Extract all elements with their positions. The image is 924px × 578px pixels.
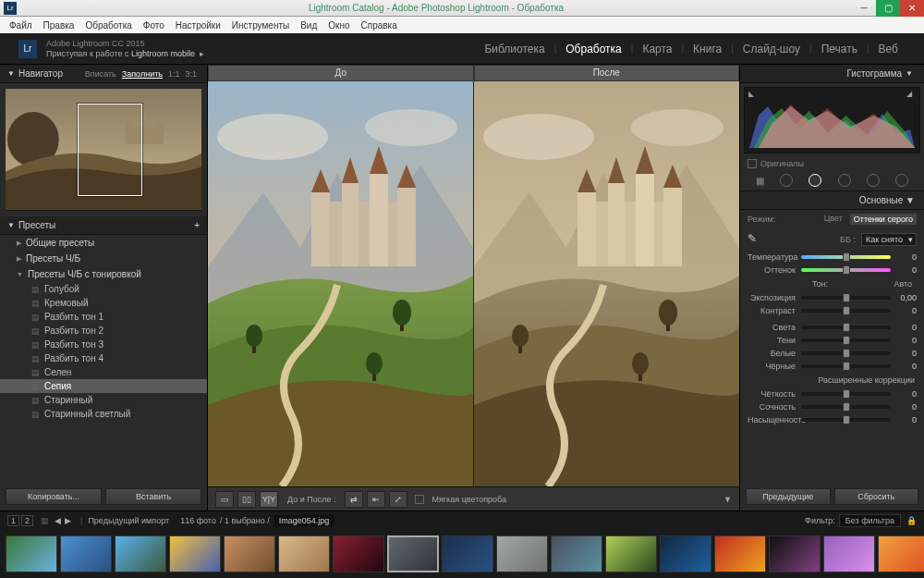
slider-Насыщенность[interactable]: Насыщенность0 <box>740 413 924 426</box>
copy-after-button[interactable]: ⤢ <box>389 491 407 508</box>
navigator-header[interactable]: ▼ Навигатор ВписатьЗаполнить1:13:1 <box>0 65 207 83</box>
preset-group[interactable]: Пресеты Ч/Б <box>0 251 207 266</box>
spot-tool[interactable] <box>780 174 793 187</box>
preset-item[interactable]: Разбить тон 4 <box>0 351 207 365</box>
gradient-tool[interactable] <box>838 174 851 187</box>
compare-lr-button[interactable]: ▯▯ <box>237 491 256 508</box>
filmstrip-thumb[interactable] <box>387 535 439 572</box>
filmstrip-thumb[interactable] <box>60 535 112 572</box>
screen-1-button[interactable]: 1 <box>7 515 19 526</box>
filmstrip-thumb[interactable] <box>660 535 711 572</box>
copy-button[interactable]: Копировать... <box>6 488 102 505</box>
preset-item[interactable]: Селен <box>0 365 207 379</box>
presets-header[interactable]: ▼ Пресеты + <box>0 216 207 235</box>
nav-back-icon[interactable]: ◀ <box>55 516 61 525</box>
module-Печать[interactable]: Печать <box>814 39 865 59</box>
module-Обработка[interactable]: Обработка <box>558 39 629 59</box>
previous-button[interactable]: Предыдущие <box>746 488 831 505</box>
nav-fwd-icon[interactable]: ▶ <box>65 516 71 525</box>
preset-group[interactable]: Пресеты Ч/Б с тонировкой <box>0 266 207 282</box>
preset-item[interactable]: Старинный <box>0 393 207 407</box>
filmstrip-thumb[interactable] <box>878 535 924 572</box>
preset-item[interactable]: Кремовый <box>0 296 207 310</box>
auto-tone-button[interactable]: Авто <box>891 279 915 289</box>
module-Карта[interactable]: Карта <box>635 39 679 59</box>
filmstrip[interactable] <box>0 529 924 578</box>
filmstrip-thumb[interactable] <box>551 535 602 572</box>
zoom-Вписать[interactable]: Вписать <box>82 69 119 79</box>
maximize-button[interactable]: ▢ <box>876 0 900 17</box>
close-button[interactable]: ✕ <box>900 0 924 17</box>
menu-Окно[interactable]: Окно <box>322 20 355 31</box>
reset-button[interactable]: Сбросить <box>834 488 919 505</box>
slider-Сочность[interactable]: Сочность0 <box>740 400 924 413</box>
menu-Вид[interactable]: Вид <box>295 20 322 31</box>
treatment-Цвет[interactable]: Цвет <box>824 214 843 225</box>
slider-Тени[interactable]: Тени0 <box>740 334 924 347</box>
brush-tool[interactable] <box>895 174 908 187</box>
treatment-Оттенки серого[interactable]: Оттенки серого <box>850 214 917 225</box>
add-preset-icon[interactable]: + <box>194 220 200 230</box>
slider-Экспозиция[interactable]: Экспозиция0,00 <box>740 291 924 304</box>
preset-item[interactable]: Сепия <box>0 379 207 393</box>
filter-select[interactable]: Без фильтра <box>839 514 901 527</box>
source-label[interactable]: Предыдущий импорт <box>88 516 169 525</box>
zoom-Заполнить[interactable]: Заполнить <box>119 69 165 79</box>
menu-Справка[interactable]: Справка <box>356 20 403 31</box>
screen-2-button[interactable]: 2 <box>21 515 33 526</box>
compare-view[interactable] <box>208 81 739 486</box>
paste-button[interactable]: Вставить <box>105 488 201 505</box>
eyedropper-icon[interactable]: ✎ <box>748 232 762 247</box>
minimize-button[interactable]: ─ <box>852 0 876 17</box>
softproof-checkbox[interactable] <box>415 495 424 504</box>
filmstrip-thumb[interactable] <box>6 535 57 572</box>
preset-item[interactable]: Голубой <box>0 282 207 296</box>
swap-button[interactable]: ⇄ <box>345 491 363 508</box>
filmstrip-thumb[interactable] <box>442 535 493 572</box>
filmstrip-thumb[interactable] <box>496 535 548 572</box>
basic-header[interactable]: Основные ▼ <box>740 191 924 210</box>
module-Слайд-шоу[interactable]: Слайд-шоу <box>736 39 808 59</box>
module-Библиотека[interactable]: Библиотека <box>477 39 552 59</box>
radial-tool[interactable] <box>867 174 880 187</box>
preset-item[interactable]: Старинный светлый <box>0 407 207 421</box>
crop-tool-icon[interactable]: ▦ <box>756 176 764 186</box>
redeye-tool[interactable] <box>808 174 821 187</box>
highlight-clip-icon[interactable]: ◢ <box>906 90 916 99</box>
filmstrip-thumb[interactable] <box>224 535 275 572</box>
zoom-3:1[interactable]: 3:1 <box>182 69 200 79</box>
filter-lock-icon[interactable]: 🔒 <box>906 516 917 525</box>
histogram-header[interactable]: Гистограмма ▼ <box>740 65 924 83</box>
menu-Файл[interactable]: Файл <box>4 20 38 31</box>
filmstrip-thumb[interactable] <box>714 535 766 572</box>
preset-item[interactable]: Разбить тон 3 <box>0 338 207 351</box>
slider-Света[interactable]: Света0 <box>740 321 924 334</box>
menu-Правка[interactable]: Правка <box>38 20 80 31</box>
filmstrip-thumb[interactable] <box>823 535 875 572</box>
wb-select[interactable]: Как снято <box>861 233 917 246</box>
histogram[interactable]: ◣ ◢ <box>744 87 920 154</box>
shadow-clip-icon[interactable]: ◣ <box>748 90 758 99</box>
filmstrip-thumb[interactable] <box>169 535 221 572</box>
filmstrip-thumb[interactable] <box>605 535 657 572</box>
slider-Чёткость[interactable]: Чёткость0 <box>740 387 924 400</box>
loupe-view-button[interactable]: ▭ <box>215 491 234 508</box>
preset-item[interactable]: Разбить тон 2 <box>0 324 207 338</box>
slider-Температура[interactable]: Температура0 <box>740 251 924 264</box>
menu-Инструменты[interactable]: Инструменты <box>226 20 295 31</box>
menu-Обработка[interactable]: Обработка <box>79 20 137 31</box>
zoom-1:1[interactable]: 1:1 <box>165 69 183 79</box>
filmstrip-thumb[interactable] <box>278 535 330 572</box>
chevron-down-icon[interactable]: ▼ <box>723 495 732 504</box>
filmstrip-thumb[interactable] <box>769 535 821 572</box>
navigator-preview[interactable] <box>6 89 201 211</box>
menu-Фото[interactable]: Фото <box>138 20 170 31</box>
slider-Оттенок[interactable]: Оттенок0 <box>740 264 924 277</box>
filmstrip-thumb[interactable] <box>333 535 384 572</box>
originals-row[interactable]: Оригиналы <box>740 157 924 170</box>
preset-group[interactable]: Общие пресеты <box>0 235 207 251</box>
compare-yy-button[interactable]: Y|Y <box>260 491 278 508</box>
slider-Контраст[interactable]: Контраст0 <box>740 304 924 317</box>
module-Книга[interactable]: Книга <box>686 39 729 59</box>
module-Веб[interactable]: Веб <box>871 39 906 59</box>
